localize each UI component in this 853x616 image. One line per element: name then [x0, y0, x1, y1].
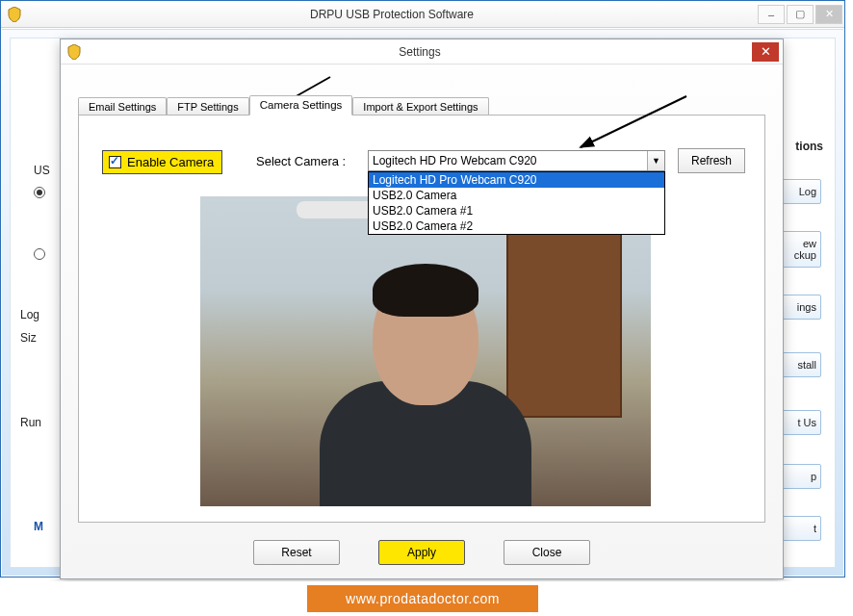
label-tions-peek: tions [795, 140, 823, 153]
radio-selected-peek[interactable] [34, 187, 45, 198]
side-button-help-label: p [811, 471, 816, 482]
select-camera-label: Select Camera : [256, 154, 346, 168]
tabs-bar: Email Settings FTP Settings Camera Setti… [78, 93, 489, 115]
reset-button[interactable]: Reset [253, 540, 340, 565]
camera-option-1[interactable]: USB2.0 Camera [369, 188, 664, 203]
settings-dialog: Settings ✕ Email Settings FTP Settings C… [60, 38, 784, 579]
label-m-peek: M [34, 520, 43, 533]
side-button-uninstall-label: stall [797, 359, 816, 371]
camera-select[interactable]: Logitech HD Pro Webcam C920 ▼ [368, 150, 665, 171]
label-run-peek: Run [20, 416, 41, 429]
checkmark-icon [109, 156, 121, 168]
dialog-title: Settings [88, 45, 752, 59]
camera-preview-scene [200, 196, 651, 506]
tab-panel-camera: Enable Camera Select Camera : Logitech H… [78, 115, 765, 523]
enable-camera-label: Enable Camera [127, 155, 214, 169]
camera-option-2[interactable]: USB2.0 Camera #1 [369, 203, 664, 218]
camera-option-0[interactable]: Logitech HD Pro Webcam C920 [369, 172, 664, 188]
app-title: DRPU USB Protection Software [28, 8, 756, 21]
tab-camera-settings[interactable]: Camera Settings [249, 95, 353, 116]
label-us-peek: US [34, 164, 50, 177]
camera-dropdown-list: Logitech HD Pro Webcam C920 USB2.0 Camer… [368, 171, 665, 235]
maximize-button[interactable]: ▢ [787, 5, 814, 24]
label-log-peek: Log [20, 308, 39, 321]
dialog-body: Email Settings FTP Settings Camera Setti… [61, 64, 783, 578]
person-shape [320, 256, 531, 506]
titlebar[interactable]: DRPU USB Protection Software – ▢ ✕ [1, 1, 844, 28]
side-button-backup-l1: ew [803, 238, 816, 249]
refresh-button[interactable]: Refresh [678, 148, 745, 173]
side-button-exit-label: t [814, 523, 816, 534]
close-button-label: Close [532, 546, 562, 559]
apply-button[interactable]: Apply [378, 540, 465, 565]
footer-url: www.prodatadoctor.com [307, 585, 538, 612]
tab-email-settings[interactable]: Email Settings [78, 97, 167, 116]
close-app-button[interactable]: ✕ [815, 5, 842, 24]
dialog-shield-icon [66, 44, 82, 60]
refresh-button-label: Refresh [691, 154, 732, 167]
label-size-peek: Siz [20, 331, 37, 345]
dialog-button-row: Reset Apply Close [61, 540, 783, 565]
close-dialog-button[interactable]: ✕ [752, 42, 779, 62]
side-button-settings-label: ings [797, 301, 816, 313]
tab-import-export-settings[interactable]: Import & Export Settings [352, 97, 488, 116]
chevron-down-icon: ▼ [647, 151, 664, 170]
footer-band: www.prodatadoctor.com [0, 581, 845, 616]
side-button-backup-l2: ckup [794, 249, 816, 261]
camera-preview [200, 196, 651, 506]
camera-select-value: Logitech HD Pro Webcam C920 [373, 154, 537, 167]
close-button[interactable]: Close [504, 540, 590, 565]
reset-button-label: Reset [281, 546, 311, 559]
minimize-button[interactable]: – [758, 5, 785, 24]
radio-peek[interactable] [34, 248, 45, 260]
app-shield-icon [7, 7, 22, 22]
side-button-log-label: Log [799, 186, 816, 197]
camera-option-3[interactable]: USB2.0 Camera #2 [369, 218, 664, 234]
tab-ftp-settings[interactable]: FTP Settings [167, 97, 248, 116]
apply-button-label: Apply [407, 546, 436, 559]
side-button-about-label: t Us [797, 417, 816, 428]
dialog-titlebar[interactable]: Settings ✕ [61, 39, 783, 64]
enable-camera-checkbox[interactable]: Enable Camera [102, 150, 222, 174]
